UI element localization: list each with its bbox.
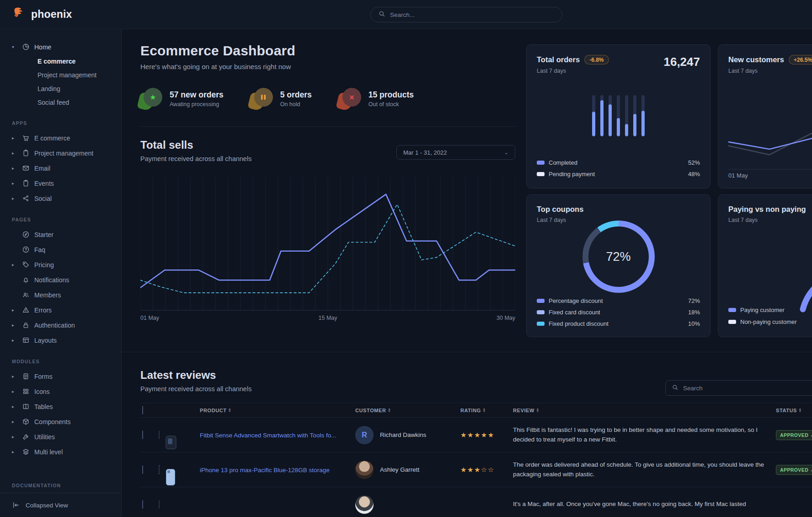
column-header-customer[interactable]: CUSTOMER▴▾ bbox=[355, 408, 460, 413]
sidebar-item-ecommerce[interactable]: E commerce bbox=[0, 54, 121, 68]
legend-value: 48% bbox=[688, 171, 700, 178]
x-tick: 01 May bbox=[140, 315, 159, 321]
latest-reviews-section: Latest reviews Payment received across a… bbox=[122, 352, 812, 517]
review-text: This Fitbit is fantastic! I was trying t… bbox=[513, 425, 776, 445]
sidebar-item-landing[interactable]: Landing bbox=[0, 82, 121, 96]
star-icon: ★ bbox=[460, 466, 467, 474]
sidebar-item-tables[interactable]: ▸ Tables bbox=[0, 399, 121, 414]
sidebar-item-icons[interactable]: ▸ Icons bbox=[0, 384, 121, 399]
table-header-row: PRODUCT▴▾ CUSTOMER▴▾ RATING▴▾ REVIEW▴▾ S… bbox=[140, 403, 812, 418]
avatar[interactable]: R bbox=[355, 426, 374, 444]
column-header-rating[interactable]: RATING▴▾ bbox=[460, 408, 513, 413]
sidebar-item-members[interactable]: Members bbox=[0, 287, 121, 302]
sidebar-item-layouts[interactable]: ▸ Layouts bbox=[0, 333, 121, 348]
search-input[interactable] bbox=[390, 11, 555, 18]
row-checkbox[interactable] bbox=[142, 465, 143, 474]
sidebar-item-multi-level[interactable]: ▸ Multi level bbox=[0, 444, 121, 459]
order-bar-fill bbox=[625, 124, 628, 136]
sidebar-item-label: Notifications bbox=[34, 276, 69, 284]
global-search[interactable] bbox=[370, 7, 562, 22]
star-icon: ★ bbox=[488, 431, 495, 439]
legend-row: Fixed product discount 10% bbox=[537, 318, 700, 329]
chevron-right-icon: ▸ bbox=[12, 166, 18, 171]
layout-icon bbox=[22, 336, 30, 345]
sidebar-item-label: Components bbox=[34, 418, 70, 425]
sidebar-item-forms[interactable]: ▸ Forms bbox=[0, 369, 121, 384]
chevron-right-icon: ▸ bbox=[12, 434, 18, 439]
customer-name: Richard Dawkins bbox=[380, 431, 426, 438]
legend-swatch bbox=[537, 172, 545, 176]
sidebar-item-project-management-app[interactable]: ▸ Project management bbox=[0, 145, 121, 161]
sidebar-item-social-feed[interactable]: Social feed bbox=[0, 96, 121, 109]
legend-label: Paying customer bbox=[740, 307, 785, 313]
sidebar-item-components[interactable]: ▸ Components bbox=[0, 414, 121, 429]
card-title: Total orders bbox=[537, 55, 580, 64]
stat-value: 15 products bbox=[369, 90, 414, 100]
chevron-down-icon: ⌄ bbox=[504, 150, 508, 156]
sidebar-item-label: Tables bbox=[34, 403, 53, 410]
sidebar-item-project-management[interactable]: Project management bbox=[0, 68, 121, 82]
sidebar-item-label: Errors bbox=[34, 307, 52, 314]
section-label-documentation: DOCUMENTATION bbox=[0, 483, 121, 488]
column-header-status[interactable]: STATUS▴▾ bbox=[776, 408, 812, 413]
legend-label: Completed bbox=[549, 159, 577, 166]
sidebar-item-social[interactable]: ▸ Social bbox=[0, 191, 121, 206]
phoenix-logo-icon bbox=[12, 6, 27, 23]
sidebar-item-starter[interactable]: Starter bbox=[0, 227, 121, 242]
sidebar-item-label: Faq bbox=[34, 246, 45, 253]
reviews-search[interactable] bbox=[665, 380, 812, 396]
product-thumbnail[interactable] bbox=[159, 500, 160, 509]
sidebar-item-authentication[interactable]: ▸ Authentication bbox=[0, 318, 121, 333]
sidebar-item-utilities[interactable]: ▸ Utilities bbox=[0, 429, 121, 444]
x-tick: 01 May bbox=[728, 172, 748, 179]
row-checkbox[interactable] bbox=[142, 500, 143, 509]
column-header-review[interactable]: REVIEW▴▾ bbox=[513, 408, 776, 413]
sidebar-item-faq[interactable]: Faq bbox=[0, 242, 121, 257]
sidebar-item-label: Project management bbox=[34, 150, 93, 157]
date-range-select[interactable]: Mar 1 - 31, 2022 ⌄ bbox=[396, 145, 515, 160]
select-all-checkbox[interactable] bbox=[142, 406, 143, 415]
avatar[interactable] bbox=[355, 495, 374, 514]
sidebar-item-home[interactable]: ▾ Home bbox=[0, 39, 121, 54]
star-icon: ★ bbox=[144, 88, 162, 107]
legend-label: Fixed product discount bbox=[549, 320, 609, 327]
sort-icon: ▴▾ bbox=[229, 408, 231, 412]
sidebar-item-notifications[interactable]: Notifications bbox=[0, 272, 121, 287]
legend-swatch bbox=[537, 322, 545, 326]
review-text: It's a Mac, after all. Once you've gone … bbox=[513, 500, 776, 509]
brand-logo[interactable]: phoenix bbox=[0, 6, 72, 23]
table-row: Fitbit Sense Advanced Smartwatch with To… bbox=[140, 418, 812, 452]
sidebar-item-label: Layouts bbox=[34, 337, 57, 344]
column-header-product[interactable]: PRODUCT▴▾ bbox=[200, 408, 355, 413]
reviews-search-input[interactable] bbox=[683, 385, 812, 392]
review-text: The order was delivered ahead of schedul… bbox=[513, 460, 776, 479]
sidebar-item-events[interactable]: ▸ Events bbox=[0, 176, 121, 191]
product-link[interactable]: Fitbit Sense Advanced Smartwatch with To… bbox=[200, 432, 336, 439]
sidebar-item-errors[interactable]: ▸ Errors bbox=[0, 302, 121, 318]
sort-icon: ▴▾ bbox=[483, 408, 485, 412]
section-divider bbox=[140, 126, 515, 127]
sidebar: ▾ Home E commerce Project management Lan… bbox=[0, 29, 122, 517]
product-thumbnail[interactable] bbox=[159, 465, 160, 474]
chevron-right-icon: ▸ bbox=[12, 449, 18, 454]
product-link[interactable]: iPhone 13 pro max-Pacific Blue-128GB sto… bbox=[200, 467, 330, 474]
row-checkbox[interactable] bbox=[142, 431, 143, 439]
page-subtitle: Here's what's going on at your business … bbox=[140, 63, 515, 70]
tag-icon bbox=[22, 261, 30, 269]
star-icon: ★ bbox=[460, 431, 467, 439]
sidebar-item-label: Social bbox=[34, 195, 52, 202]
sidebar-item-ecommerce-app[interactable]: ▸ E commerce bbox=[0, 130, 121, 145]
avatar[interactable] bbox=[355, 461, 374, 479]
order-bar bbox=[641, 95, 645, 136]
page-title: Ecommerce Dashboard bbox=[140, 43, 515, 59]
star-icon: ★ bbox=[474, 466, 481, 474]
star-icon: ☆ bbox=[488, 466, 495, 474]
product-thumbnail[interactable] bbox=[159, 431, 160, 439]
orders-bar-chart bbox=[527, 95, 710, 136]
envelope-icon bbox=[22, 164, 30, 172]
legend-row: Paying customer bbox=[728, 304, 812, 316]
sidebar-item-email[interactable]: ▸ Email bbox=[0, 161, 121, 176]
collapse-sidebar-button[interactable]: Collapsed View bbox=[0, 493, 121, 517]
legend-row: Non-paying customer bbox=[728, 316, 812, 328]
sidebar-item-pricing[interactable]: ▸ Pricing bbox=[0, 257, 121, 272]
